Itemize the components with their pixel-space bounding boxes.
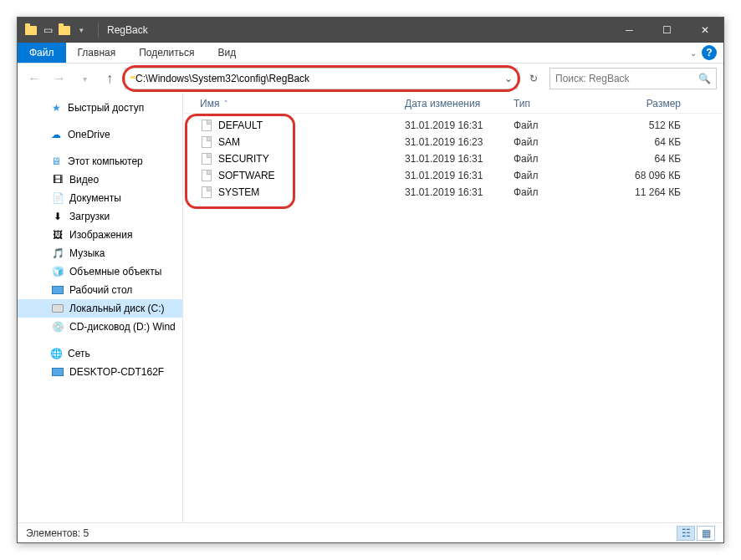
file-list: DEFAULT 31.01.2019 16:31 Файл 512 КБ SAM… (183, 114, 723, 204)
sidebar-videos[interactable]: 🎞Видео (18, 171, 182, 189)
file-icon (200, 135, 213, 149)
view-details-button[interactable]: ☷ (677, 526, 695, 541)
column-date[interactable]: Дата изменения (405, 98, 514, 109)
search-icon[interactable]: 🔍 (698, 73, 711, 84)
sidebar-music[interactable]: 🎵Музыка (18, 244, 182, 262)
sidebar-3d-objects[interactable]: 🧊Объемные объекты (18, 262, 182, 281)
search-box[interactable]: 🔍 (549, 68, 717, 89)
tab-view[interactable]: Вид (206, 43, 248, 63)
toolbar-dropdown-icon[interactable]: ▾ (74, 23, 88, 37)
file-row[interactable]: DEFAULT 31.01.2019 16:31 Файл 512 КБ (200, 117, 723, 134)
file-row[interactable]: SYSTEM 31.01.2019 16:31 Файл 11 264 КБ (200, 184, 723, 201)
file-row[interactable]: SOFTWARE 31.01.2019 16:31 Файл 68 096 КБ (200, 167, 723, 184)
cube-icon: 🧊 (51, 265, 64, 278)
back-button[interactable]: ← (24, 69, 44, 89)
column-headers: Имя ˄ Дата изменения Тип Размер (183, 94, 723, 114)
maximize-button[interactable]: ☐ (648, 18, 686, 43)
help-button[interactable]: ? (702, 45, 717, 60)
cloud-icon: ☁ (49, 128, 63, 141)
sidebar-desktop[interactable]: Рабочий стол (18, 281, 182, 299)
view-icons-button[interactable]: ▦ (697, 526, 715, 541)
ribbon: Файл Главная Поделиться Вид ⌄ ? (18, 43, 723, 64)
sidebar-cd-drive-d[interactable]: 💿CD-дисковод (D:) Wind (18, 318, 182, 336)
titlebar: ▭ ▾ RegBack ─ ☐ ✕ (18, 18, 723, 43)
network-icon: 🌐 (49, 347, 63, 360)
folder-icon (24, 23, 38, 37)
quick-access-toolbar: ▭ ▾ (18, 23, 95, 37)
navigation-pane: ★Быстрый доступ ☁OneDrive 🖥Этот компьюте… (18, 94, 183, 522)
minimize-button[interactable]: ─ (611, 18, 648, 43)
file-menu[interactable]: Файл (18, 43, 66, 63)
tab-share[interactable]: Поделиться (127, 43, 206, 63)
computer-icon (51, 365, 64, 379)
forward-button[interactable]: → (49, 69, 69, 89)
up-button[interactable]: ↑ (100, 69, 120, 89)
expand-ribbon-icon[interactable]: ⌄ (690, 48, 697, 58)
close-button[interactable]: ✕ (686, 18, 723, 43)
column-size[interactable]: Размер (597, 98, 698, 109)
disc-icon: 💿 (51, 320, 64, 333)
status-bar: Элементов: 5 ☷ ▦ (18, 522, 723, 542)
properties-icon[interactable]: ▭ (41, 23, 54, 37)
tab-home[interactable]: Главная (66, 43, 128, 63)
new-folder-icon[interactable] (58, 23, 71, 37)
navigation-bar: ← → ▾ ↑ C:\Windows\System32\config\RegBa… (18, 64, 723, 94)
download-icon: ⬇ (51, 210, 64, 223)
explorer-window: ▭ ▾ RegBack ─ ☐ ✕ Файл Главная Поделитьс… (17, 17, 724, 543)
desktop-icon (51, 283, 64, 297)
sidebar-onedrive[interactable]: ☁OneDrive (18, 125, 182, 144)
item-count: Элементов: 5 (26, 527, 89, 539)
sidebar-this-pc[interactable]: 🖥Этот компьютер (18, 152, 182, 171)
file-icon (200, 152, 213, 165)
sidebar-downloads[interactable]: ⬇Загрузки (18, 207, 182, 226)
star-icon: ★ (49, 101, 63, 115)
document-icon: 📄 (51, 191, 64, 205)
search-input[interactable] (555, 73, 698, 84)
column-name[interactable]: Имя ˄ (200, 98, 405, 109)
address-bar[interactable]: C:\Windows\System32\config\RegBack ⌄ (125, 68, 518, 89)
pc-icon: 🖥 (49, 155, 63, 168)
file-icon (200, 119, 213, 132)
sidebar-network[interactable]: 🌐Сеть (18, 344, 182, 363)
drive-icon (51, 302, 64, 315)
file-list-pane: Имя ˄ Дата изменения Тип Размер DEFAULT … (183, 94, 723, 522)
column-type[interactable]: Тип (514, 98, 597, 109)
window-title: RegBack (102, 24, 148, 36)
address-dropdown-icon[interactable]: ⌄ (500, 73, 517, 84)
sidebar-documents[interactable]: 📄Документы (18, 189, 182, 207)
video-icon: 🎞 (51, 173, 64, 186)
pictures-icon: 🖼 (51, 228, 64, 242)
sidebar-pictures[interactable]: 🖼Изображения (18, 226, 182, 244)
sidebar-quick-access[interactable]: ★Быстрый доступ (18, 99, 182, 117)
file-row[interactable]: SAM 31.01.2019 16:23 Файл 64 КБ (200, 134, 723, 150)
file-icon (200, 186, 213, 199)
file-row[interactable]: SECURITY 31.01.2019 16:31 Файл 64 КБ (200, 150, 723, 167)
recent-dropdown-icon[interactable]: ▾ (74, 69, 95, 89)
sidebar-local-disk-c[interactable]: Локальный диск (C:) (18, 299, 182, 318)
sort-asc-icon: ˄ (224, 99, 228, 108)
sidebar-network-computer[interactable]: DESKTOP-CDT162F (18, 363, 182, 381)
music-icon: 🎵 (51, 247, 64, 260)
address-text[interactable]: C:\Windows\System32\config\RegBack (135, 73, 500, 84)
refresh-button[interactable]: ↻ (523, 68, 544, 89)
file-icon (200, 169, 213, 182)
